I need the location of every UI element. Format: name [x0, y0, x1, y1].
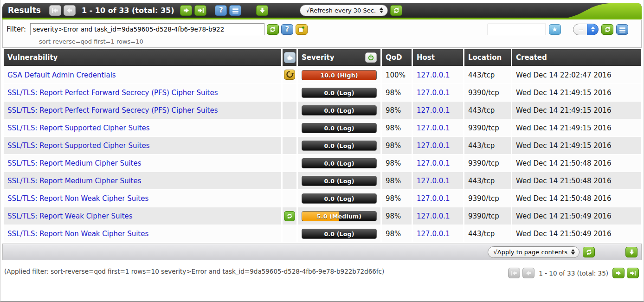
switch-filter-button[interactable]: [601, 24, 613, 35]
first-page-icon: [511, 270, 517, 276]
vulnerability-link[interactable]: SSL/TLS: Report Medium Cipher Suites: [7, 177, 142, 185]
created-value: Wed Dec 14 21:49:15 2016: [512, 84, 641, 101]
severity-label: 0.0 (Log): [302, 106, 376, 116]
vulnerability-link[interactable]: SSL/TLS: Report Non Weak Cipher Suites: [7, 194, 148, 203]
next-page-button[interactable]: [180, 5, 192, 16]
created-value: Wed Dec 14 21:49:15 2016: [512, 102, 641, 119]
vulnerability-link[interactable]: SSL/TLS: Report Supported Cipher Suites: [7, 124, 150, 132]
previous-page-icon: [66, 7, 72, 13]
refresh-icon: [269, 26, 276, 33]
bulk-action-bar: √Apply to page contents: [2, 244, 642, 260]
table-row: SSL/TLS: Report Supported Cipher Suites …: [4, 137, 641, 154]
previous-page-button: [64, 5, 76, 16]
host-link[interactable]: 127.0.0.1: [417, 89, 450, 97]
host-link[interactable]: 127.0.0.1: [417, 71, 450, 79]
table-row: SSL/TLS: Report Non Weak Cipher Suites 0…: [4, 225, 641, 242]
host-link[interactable]: 127.0.0.1: [417, 212, 450, 220]
severity-label: 0.0 (Log): [302, 141, 376, 151]
severity-label: 0.0 (Log): [302, 159, 376, 168]
created-value: Wed Dec 14 22:02:47 2016: [512, 66, 641, 84]
green-swoosh-decoration: [554, 3, 642, 19]
vulnerability-link[interactable]: SSL/TLS: Report Perfect Forward Secrecy …: [7, 89, 218, 97]
column-header-severity[interactable]: Severity: [298, 49, 380, 66]
vulnerability-link[interactable]: SSL/TLS: Report Weak Cipher Suites: [7, 212, 133, 220]
last-page-button[interactable]: [194, 5, 206, 16]
list-icon: [619, 26, 625, 32]
qod-value: 98%: [382, 102, 412, 119]
star-icon: ★: [552, 26, 558, 33]
download-icon: [629, 249, 635, 255]
saved-filter-value: --: [579, 26, 583, 33]
severity-header-label: Severity: [302, 53, 334, 62]
location-value: 9390/tcp: [464, 119, 511, 136]
table-row: SSL/TLS: Report Weak Cipher Suites 5.0 (…: [4, 207, 641, 225]
column-header-host[interactable]: Host: [413, 49, 463, 66]
severity-override-toggle-button[interactable]: [365, 52, 377, 63]
filter-name-input[interactable]: [488, 24, 546, 35]
save-filter-button[interactable]: ★: [549, 24, 561, 35]
previous-page-icon: [526, 270, 531, 276]
solution-type-puzzle-icon[interactable]: [284, 52, 296, 63]
filters-list-button[interactable]: [616, 24, 628, 35]
host-link[interactable]: 127.0.0.1: [417, 159, 450, 167]
location-value: 9390/tcp: [464, 190, 511, 207]
host-link[interactable]: 127.0.0.1: [417, 141, 450, 150]
table-row: SSL/TLS: Report Perfect Forward Secrecy …: [4, 84, 641, 101]
help-button[interactable]: ?: [215, 5, 227, 16]
vulnerability-link[interactable]: SSL/TLS: Report Medium Cipher Suites: [7, 159, 142, 167]
saved-filter-select[interactable]: --: [573, 24, 599, 35]
severity-bar: 0.0 (Log): [302, 88, 377, 98]
location-value: 443/tcp: [464, 102, 511, 119]
host-link[interactable]: 127.0.0.1: [417, 177, 450, 185]
created-value: Wed Dec 14 21:50:48 2016: [512, 172, 641, 189]
location-value: 9390/tcp: [464, 207, 511, 225]
next-page-button[interactable]: [612, 268, 625, 278]
vulnerability-link[interactable]: SSL/TLS: Report Non Weak Cipher Suites: [7, 230, 148, 238]
location-value: 443/tcp: [464, 225, 511, 242]
download-page-button[interactable]: [625, 247, 638, 257]
severity-bar: 0.0 (Log): [302, 158, 377, 168]
solution-type-workaround-icon: [284, 70, 295, 80]
refresh-interval-select[interactable]: √Refresh every 30 Sec.: [300, 5, 388, 16]
export-download-button[interactable]: [256, 5, 268, 16]
download-icon: [259, 7, 265, 13]
select-updown-icon: [380, 7, 383, 13]
filter-help-button[interactable]: ?: [281, 24, 293, 35]
previous-page-button: [522, 268, 535, 278]
filter-input[interactable]: [30, 23, 264, 35]
filter-applied-terms: sort-reverse=qod first=1 rows=10: [39, 38, 637, 45]
applied-filter-text: (Applied filter: sort-reverse=qod first=…: [4, 268, 384, 275]
qod-value: 98%: [382, 225, 412, 242]
host-link[interactable]: 127.0.0.1: [417, 194, 450, 203]
column-header-vulnerability[interactable]: Vulnerability: [4, 49, 281, 66]
new-filter-button[interactable]: [296, 24, 308, 35]
column-header-location[interactable]: Location: [464, 49, 511, 66]
vulnerability-link[interactable]: SSL/TLS: Report Supported Cipher Suites: [7, 141, 150, 150]
table-row: GSA Default Admin Credentials 10.0 (High…: [4, 66, 641, 84]
severity-bar: 0.0 (Log): [302, 141, 377, 151]
bulk-action-apply-button[interactable]: [583, 247, 595, 257]
host-link[interactable]: 127.0.0.1: [417, 124, 450, 132]
solution-type-vendorfix-icon: [284, 211, 295, 221]
column-header-qod[interactable]: QoD: [382, 49, 412, 66]
last-page-icon: [630, 270, 636, 276]
column-header-solution-type[interactable]: [283, 49, 296, 66]
bulk-action-select[interactable]: √Apply to page contents: [488, 246, 580, 258]
vulnerability-link[interactable]: SSL/TLS: Report Perfect Forward Secrecy …: [7, 106, 218, 115]
location-value: 9390/tcp: [464, 154, 511, 172]
last-page-button[interactable]: [627, 268, 639, 278]
location-value: 443/tcp: [464, 172, 511, 189]
vulnerability-link[interactable]: GSA Default Admin Credentials: [7, 71, 116, 79]
severity-label: 5.0 (Medium): [302, 212, 376, 221]
filter-label: Filter:: [6, 25, 26, 33]
severity-bar: 0.0 (Log): [302, 105, 377, 116]
list-view-button[interactable]: [229, 5, 241, 16]
host-link[interactable]: 127.0.0.1: [417, 230, 450, 238]
host-link[interactable]: 127.0.0.1: [417, 106, 450, 115]
qod-value: 98%: [382, 84, 412, 101]
qod-value: 100%: [382, 66, 412, 84]
apply-filter-button[interactable]: [267, 24, 279, 35]
qod-value: 98%: [382, 119, 412, 136]
refresh-now-button[interactable]: [390, 5, 402, 16]
column-header-created[interactable]: Created: [512, 49, 641, 66]
